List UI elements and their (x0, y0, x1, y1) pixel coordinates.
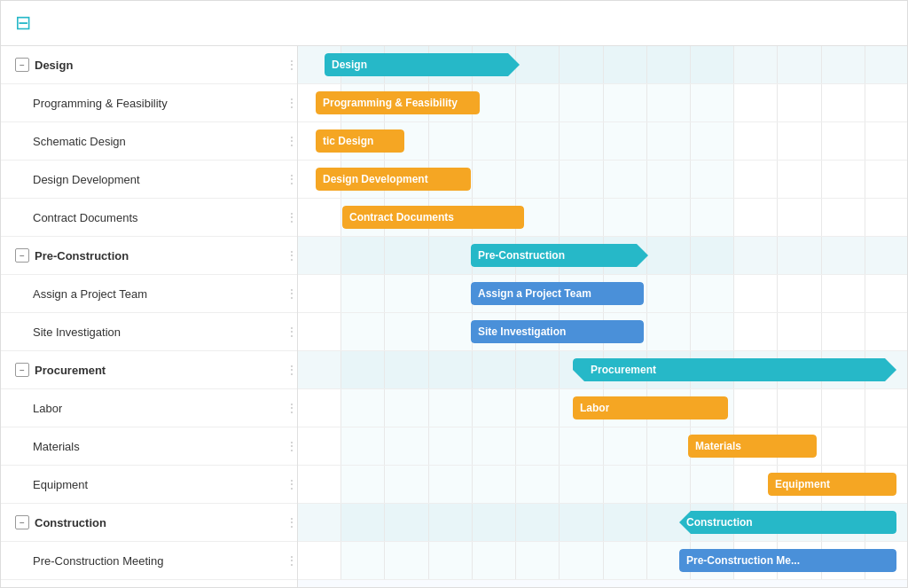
main-layout: −Design⋮Programming & Feasibility⋮Schema… (1, 46, 907, 587)
drag-handle-design[interactable]: ⋮ (286, 59, 297, 71)
left-panel: −Design⋮Programming & Feasibility⋮Schema… (1, 46, 298, 587)
bar-labor[interactable]: Labor (573, 396, 728, 419)
drag-handle-dev[interactable]: ⋮ (286, 173, 297, 185)
collapse-btn-precon[interactable]: − (15, 248, 29, 263)
drag-handle-construction[interactable]: ⋮ (286, 516, 297, 529)
drag-handle-prog[interactable]: ⋮ (286, 97, 297, 109)
bar-label-assign: Assign a Project Team (478, 287, 591, 300)
left-row-contract: Contract Documents⋮ (1, 199, 297, 237)
bar-label-schema: tic Design (323, 135, 373, 147)
left-row-dev: Design Development⋮ (1, 161, 297, 199)
bar-dev[interactable]: Design Development (316, 168, 471, 191)
row-label-procure: Procurement (35, 364, 106, 377)
left-row-procure: −Procurement⋮ (1, 351, 297, 389)
drag-handle-assign[interactable]: ⋮ (286, 287, 297, 300)
row-label-site: Site Investigation (33, 325, 121, 339)
bar-prog[interactable]: Programming & Feasibility (316, 91, 480, 114)
drag-handle-procure[interactable]: ⋮ (286, 364, 297, 376)
drag-handle-schema[interactable]: ⋮ (286, 135, 297, 147)
row-label-equipment: Equipment (33, 478, 88, 491)
left-row-site: Site Investigation⋮ (1, 313, 297, 351)
row-label-precon: Pre-Construction (35, 249, 129, 263)
bar-label-labor: Labor (580, 402, 609, 414)
left-row-materials: Materials⋮ (1, 427, 297, 466)
drag-handle-contract[interactable]: ⋮ (286, 211, 297, 223)
bar-label-contract: Contract Documents (349, 211, 454, 223)
bar-label-dev: Design Development (323, 173, 428, 185)
bar-precon[interactable]: Pre-Construction (471, 244, 648, 267)
collapse-btn-design[interactable]: − (15, 58, 29, 72)
row-label-contract: Contract Documents (33, 211, 138, 224)
row-label-premeeting: Pre-Construction Meeting (33, 554, 163, 568)
collapse-btn-construction[interactable]: − (15, 515, 29, 529)
bar-assign[interactable]: Assign a Project Team (471, 282, 644, 305)
left-row-premeeting: Pre-Construction Meeting⋮ (1, 542, 297, 580)
bar-label-premeeting: Pre-Construction Me... (686, 554, 800, 567)
bar-label-construction: Construction (686, 516, 753, 529)
drag-handle-premeeting[interactable]: ⋮ (286, 554, 297, 567)
gantt-panel: DesignProgramming & Feasibilitytic Desig… (298, 46, 907, 587)
left-row-equipment: Equipment⋮ (1, 466, 297, 504)
gantt-container: DesignProgramming & Feasibilitytic Desig… (298, 46, 907, 580)
left-row-precon: −Pre-Construction⋮ (1, 237, 297, 275)
bar-label-procure: Procurement (591, 364, 656, 376)
row-label-dev: Design Development (33, 173, 140, 186)
left-row-prog: Programming & Feasibility⋮ (1, 84, 297, 122)
left-row-assign: Assign a Project Team⋮ (1, 275, 297, 313)
left-row-labor: Labor⋮ (1, 389, 297, 427)
bar-label-precon: Pre-Construction (478, 249, 565, 262)
row-label-materials: Materials (33, 440, 80, 453)
bar-contract[interactable]: Contract Documents (342, 206, 524, 229)
app-container: ⊟ −Design⋮Programming & Feasibility⋮Sche… (0, 0, 908, 588)
bar-premeeting[interactable]: Pre-Construction Me... (679, 549, 896, 572)
bar-label-materials: Materials (695, 440, 741, 452)
drag-handle-materials[interactable]: ⋮ (286, 440, 297, 452)
row-label-assign: Assign a Project Team (33, 287, 147, 301)
left-row-schema: Schematic Design⋮ (1, 122, 297, 161)
bar-label-prog: Programming & Feasibility (323, 97, 458, 109)
bar-materials[interactable]: Materials (688, 435, 817, 458)
left-row-design: −Design⋮ (1, 46, 297, 84)
bar-procure[interactable]: Procurement (573, 358, 896, 381)
drag-handle-labor[interactable]: ⋮ (286, 402, 297, 414)
bar-construction[interactable]: Construction (679, 511, 896, 534)
drag-handle-equipment[interactable]: ⋮ (286, 478, 297, 490)
left-row-construction: −Construction⋮ (1, 504, 297, 542)
row-label-design: Design (35, 59, 73, 72)
row-label-schema: Schematic Design (33, 135, 126, 148)
row-label-labor: Labor (33, 402, 62, 415)
bar-equipment[interactable]: Equipment (768, 473, 896, 496)
bar-schema[interactable]: tic Design (316, 129, 404, 153)
bar-label-site: Site Investigation (478, 325, 566, 338)
drag-handle-precon[interactable]: ⋮ (286, 249, 297, 262)
drag-handle-site[interactable]: ⋮ (286, 325, 297, 338)
bar-label-design: Design (332, 59, 367, 71)
header: ⊟ (1, 1, 907, 46)
template-icon: ⊟ (15, 12, 31, 35)
row-label-prog: Programming & Feasibility (33, 97, 168, 110)
collapse-btn-procure[interactable]: − (15, 363, 29, 377)
row-label-construction: Construction (35, 516, 106, 529)
bar-design[interactable]: Design (325, 53, 520, 76)
bar-site[interactable]: Site Investigation (471, 320, 644, 343)
bar-label-equipment: Equipment (775, 478, 830, 490)
